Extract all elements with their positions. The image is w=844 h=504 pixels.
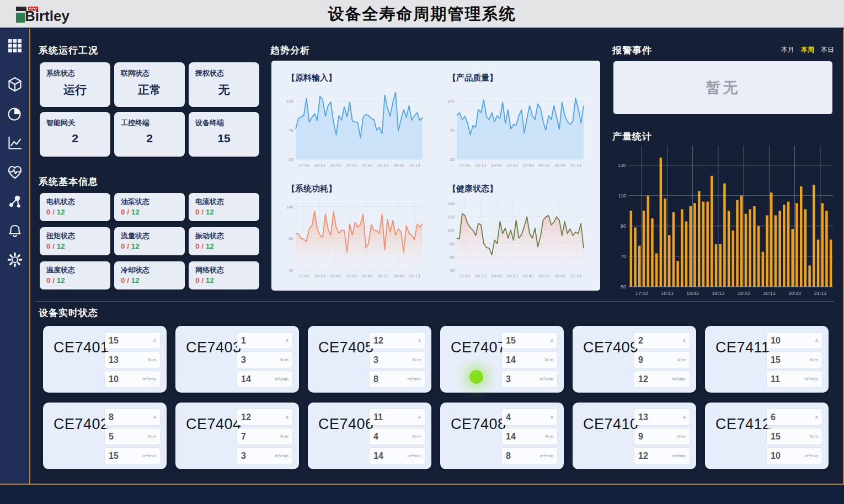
- device-card[interactable]: CE74084A14N·m8m³/min: [440, 403, 564, 469]
- metric-value: 15: [771, 355, 781, 365]
- info-card: 电流状态0 / 12: [189, 193, 259, 221]
- metric-value: 3: [241, 451, 246, 461]
- metric-unit: N·m: [413, 357, 421, 362]
- alarm-tab-week[interactable]: 本周: [801, 45, 814, 55]
- device-card[interactable]: CE74126A15N·m10m³/min: [705, 403, 829, 469]
- svg-text:20: 20: [450, 157, 455, 162]
- gear-icon: [7, 252, 23, 267]
- svg-text:17:43: 17:43: [298, 274, 309, 278]
- device-metrics: 12A7N·m3m³/min: [237, 409, 292, 464]
- svg-text:70: 70: [450, 128, 455, 133]
- system-status-grid: 系统状态运行联网状态正常授权状态无智能网关2工控终端2设备终端15: [40, 62, 259, 157]
- metric-row: 3N·m: [237, 352, 292, 368]
- metric-unit: m³/min: [275, 377, 289, 382]
- sidebar-item-trend[interactable]: [7, 135, 23, 151]
- metric-value: 15: [506, 336, 516, 346]
- info-card-label: 扭矩状态: [46, 231, 104, 241]
- sidebar-item-apps[interactable]: [7, 37, 23, 53]
- device-status-grid: CE740115A13N·m10m³/minCE74031A3N·m14m³/m…: [43, 326, 829, 469]
- metric-value: 12: [373, 336, 383, 346]
- metric-unit: A: [683, 338, 686, 343]
- metric-unit: m³/min: [408, 453, 421, 458]
- info-card-label: 流量状态: [121, 231, 178, 241]
- alarm-count: 0: [46, 242, 51, 250]
- device-card[interactable]: CE740715A14N·m3m³/min: [440, 326, 564, 393]
- dashboard-page: Birtley 设备全寿命周期管理系统 系统运行工况 系统状态运行联网状态正常授…: [0, 0, 844, 504]
- svg-text:18:43: 18:43: [330, 163, 341, 168]
- svg-text:18:13: 18:13: [314, 163, 325, 168]
- metric-value: 9: [638, 432, 643, 442]
- info-card: 温度状态0 / 12: [40, 261, 110, 289]
- info-card-label: 振动状态: [195, 231, 253, 241]
- sidebar-item-settings[interactable]: [7, 252, 23, 267]
- metric-row: 15N·m: [767, 428, 822, 444]
- svg-text:19:13: 19:13: [346, 274, 357, 278]
- svg-text:18:13: 18:13: [475, 163, 487, 168]
- app-title: 设备全寿命周期管理系统: [0, 0, 844, 28]
- metric-row: 15m³/min: [105, 448, 160, 464]
- info-card-value: 0 / 12: [195, 276, 253, 285]
- device-metrics: 6A15N·m10m³/min: [767, 409, 822, 464]
- metric-value: 3: [241, 355, 246, 365]
- device-card[interactable]: CE741013A9N·m12m³/min: [573, 403, 696, 469]
- metric-row: 12m³/min: [634, 448, 690, 464]
- footer: [0, 485, 844, 504]
- device-card[interactable]: CE740512A3N·m8m³/min: [308, 326, 431, 393]
- device-metrics: 15A14N·m3m³/min: [502, 333, 557, 387]
- svg-text:110: 110: [618, 193, 626, 199]
- metric-unit: A: [815, 338, 818, 343]
- metric-unit: N·m: [677, 357, 686, 362]
- device-card[interactable]: CE741110A15N·m11m³/min: [705, 326, 829, 393]
- device-metrics: 12A3N·m8m³/min: [370, 333, 425, 387]
- metric-row: 14N·m: [502, 352, 557, 368]
- alarm-tab-day[interactable]: 本日: [821, 45, 834, 55]
- device-name: CE7411: [715, 339, 770, 356]
- metric-row: 11A: [370, 409, 425, 425]
- svg-text:20:43: 20:43: [393, 274, 405, 278]
- status-card-label: 智能网关: [46, 118, 104, 128]
- total-count: 12: [206, 276, 214, 285]
- status-card-value: 2: [46, 132, 104, 145]
- sidebar-item-health[interactable]: [7, 164, 23, 180]
- section-divider: [35, 302, 834, 302]
- product-quality-line-chart: 120702017:4318:1318:4319:1319:4320:1320:…: [442, 85, 588, 168]
- metric-row: 12m³/min: [634, 371, 690, 387]
- metric-row: 5N·m: [105, 428, 160, 444]
- svg-text:18:13: 18:13: [314, 274, 325, 278]
- count-separator: /: [125, 276, 131, 285]
- section-title-devices: 设备实时状态: [39, 307, 98, 319]
- device-metrics: 4A14N·m8m³/min: [502, 409, 557, 464]
- device-card[interactable]: CE740611A4N·m14m³/min: [308, 403, 431, 469]
- sidebar-item-topology[interactable]: [7, 194, 23, 209]
- device-card[interactable]: CE740412A7N·m3m³/min: [175, 403, 299, 469]
- status-card: 工控终端2: [114, 112, 185, 157]
- alarm-count: 0: [195, 276, 200, 285]
- sidebar-item-pie[interactable]: [7, 106, 23, 121]
- svg-text:20:43: 20:43: [393, 163, 405, 168]
- metric-unit: N·m: [810, 357, 818, 362]
- total-count: 12: [57, 208, 65, 216]
- metric-value: 11: [373, 412, 383, 422]
- metric-row: 11m³/min: [767, 371, 822, 387]
- device-card[interactable]: CE74092A9N·m12m³/min: [573, 326, 696, 393]
- metric-value: 15: [771, 432, 781, 442]
- svg-text:40: 40: [289, 268, 293, 273]
- device-card[interactable]: CE74028A5N·m15m³/min: [43, 403, 167, 469]
- metric-row: 2A: [634, 333, 690, 348]
- info-card-value: 0 / 12: [195, 242, 253, 250]
- sidebar-item-alerts[interactable]: [7, 223, 23, 238]
- device-card[interactable]: CE740115A13N·m10m³/min: [43, 326, 167, 393]
- metric-unit: m³/min: [540, 453, 553, 458]
- alarm-tab-month[interactable]: 本月: [781, 45, 794, 55]
- sidebar-item-model3d[interactable]: [7, 77, 23, 92]
- metric-unit: A: [815, 415, 818, 420]
- section-title-trend: 趋势分析: [270, 44, 310, 57]
- svg-text:80: 80: [450, 241, 455, 246]
- device-card[interactable]: CE74031A3N·m14m³/min: [175, 326, 299, 393]
- info-card-value: 0 / 12: [121, 276, 178, 285]
- metric-unit: m³/min: [275, 453, 289, 458]
- count-separator: /: [125, 242, 131, 250]
- info-card: 冷却状态0 / 12: [114, 261, 185, 289]
- svg-text:18:43: 18:43: [330, 274, 341, 278]
- metric-unit: m³/min: [805, 453, 818, 458]
